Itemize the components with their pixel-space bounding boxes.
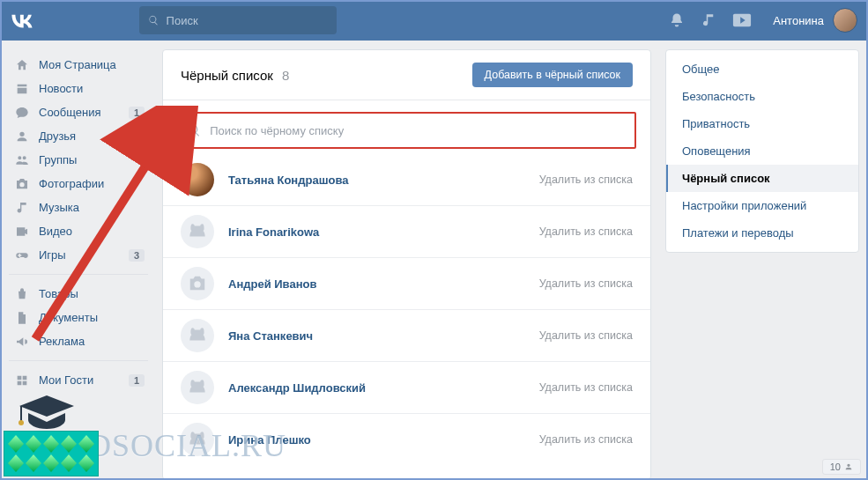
sidebar-item-friends[interactable]: Друзья [9,124,148,148]
documents-icon [12,311,32,325]
search-icon [188,123,201,137]
global-search[interactable] [139,6,337,34]
sidebar-item-ads[interactable]: Реклама [9,329,148,353]
remove-from-list-link[interactable]: Удалить из списка [539,329,633,342]
sidebar-badge: 1 [129,107,145,119]
sidebar-item-label: Сообщения [39,106,129,119]
user-name-link[interactable]: Александр Шидловский [228,381,539,395]
blocklist-row: Irina FonarikowaУдалить из списка [163,205,650,257]
games-icon [12,248,32,262]
sidebar-badge: 3 [129,249,145,262]
sidebar-item-label: Товары [39,287,146,300]
user-avatar[interactable] [181,423,214,456]
photos-icon [12,177,32,191]
music-icon[interactable] [701,12,716,28]
settings-menu: ОбщееБезопасностьПриватностьОповещенияЧё… [665,49,859,253]
user-avatar[interactable] [181,319,214,352]
settings-item[interactable]: Чёрный список [666,165,858,192]
page-title-count: 8 [282,68,289,83]
sidebar-badge: 1 [129,374,145,387]
sidebar-item-label: Игры [39,248,129,262]
blocklist-row: Андрей ИвановУдалить из списка [163,257,650,309]
goods-icon [12,287,32,301]
settings-item[interactable]: Настройки приложений [666,192,858,219]
news-icon [12,82,32,96]
account-menu[interactable]: Антонина [773,8,857,33]
blocklist-search-input[interactable] [210,124,626,137]
global-search-input[interactable] [167,14,328,27]
vk-logo[interactable] [9,12,139,28]
sidebar-item-music[interactable]: Музыка [9,196,148,219]
settings-item[interactable]: Общее [666,55,858,83]
settings-item[interactable]: Приватность [666,110,858,137]
blocklist-row: Александр ШидловскийУдалить из списка [163,361,650,413]
sidebar-item-label: Реклама [39,335,146,348]
home-icon [12,58,32,72]
sidebar-item-messages[interactable]: Сообщения 1 [9,100,148,124]
sidebar-item-news[interactable]: Новости [9,77,148,100]
music-outline-icon [12,201,32,215]
sidebar-item-groups[interactable]: Группы [9,148,148,172]
user-avatar[interactable] [181,215,214,248]
footer-notification-badge[interactable]: 10 [822,459,861,475]
sidebar-item-label: Моя Страница [39,58,146,71]
remove-from-list-link[interactable]: Удалить из списка [539,225,633,238]
guests-icon [12,373,32,388]
blocklist-row: Яна СтанкевичУдалить из списка [163,309,650,361]
messages-icon [12,106,32,120]
blocklist-row: Татьяна КондрашоваУдалить из списка [163,154,650,205]
sidebar-item-games[interactable]: Игры 3 [9,243,148,267]
users-small-icon [844,462,853,471]
friends-icon [12,129,32,144]
groups-icon [12,153,32,167]
sidebar-item-guests[interactable]: Мои Гости 1 [9,368,148,392]
settings-item[interactable]: Платежи и переводы [666,219,858,247]
user-name-link[interactable]: Яна Станкевич [228,329,539,343]
sidebar-item-goods[interactable]: Товары [9,282,148,306]
sidebar-item-photos[interactable]: Фотографии [9,172,148,196]
user-avatar[interactable] [181,267,214,300]
bell-icon[interactable] [669,11,685,29]
user-name-link[interactable]: Ирина Плешко [228,433,539,447]
sidebar-item-label: Новости [39,82,146,95]
sidebar-item-documents[interactable]: Документы [9,306,148,329]
settings-item[interactable]: Оповещения [666,137,858,165]
user-avatar[interactable] [181,163,214,196]
sidebar-item-my-page[interactable]: Моя Страница [9,53,148,77]
remove-from-list-link[interactable]: Удалить из списка [539,277,633,290]
account-avatar [833,8,857,33]
sidebar-separator [9,360,148,361]
blocklist-panel: Чёрный список 8 Добавить в чёрный список… [162,49,651,480]
search-icon [148,14,160,26]
topbar-icons [669,11,752,29]
sidebar-item-videos[interactable]: Видео [9,219,148,243]
user-name-link[interactable]: Irina Fonarikowa [228,225,539,239]
footer-notification-count: 10 [830,462,841,472]
left-nav: Моя Страница Новости Сообщения 1 Друзья … [9,49,148,480]
user-name-link[interactable]: Андрей Иванов [228,277,539,291]
settings-item[interactable]: Безопасность [666,83,858,110]
topbar: Антонина [0,0,868,41]
user-avatar[interactable] [181,371,214,404]
ads-icon [12,335,32,349]
videos-icon [12,225,32,239]
sidebar-item-label: Музыка [39,201,146,214]
blocklist-user-list: Татьяна КондрашоваУдалить из спискаIrina… [163,154,650,479]
blocklist-header: Чёрный список 8 Добавить в чёрный список [163,50,650,100]
blocklist-row: Ирина ПлешкоУдалить из списка [163,413,650,465]
sidebar-item-label: Фотографии [39,177,146,190]
sidebar-item-label: Мои Гости [39,373,129,387]
sidebar-item-label: Группы [39,153,146,166]
remove-from-list-link[interactable]: Удалить из списка [539,433,633,446]
remove-from-list-link[interactable]: Удалить из списка [539,174,633,186]
page-title: Чёрный список 8 [181,68,289,83]
user-name-link[interactable]: Татьяна Кондрашова [228,174,539,187]
remove-from-list-link[interactable]: Удалить из списка [539,381,633,394]
blocklist-search[interactable] [177,112,636,149]
page-title-text: Чёрный список [181,68,273,83]
sidebar-separator [9,274,148,275]
video-play-icon[interactable] [732,12,752,28]
add-to-blocklist-button[interactable]: Добавить в чёрный список [472,63,633,87]
vk-logo-icon [9,12,35,28]
account-user-name: Антонина [773,14,824,27]
